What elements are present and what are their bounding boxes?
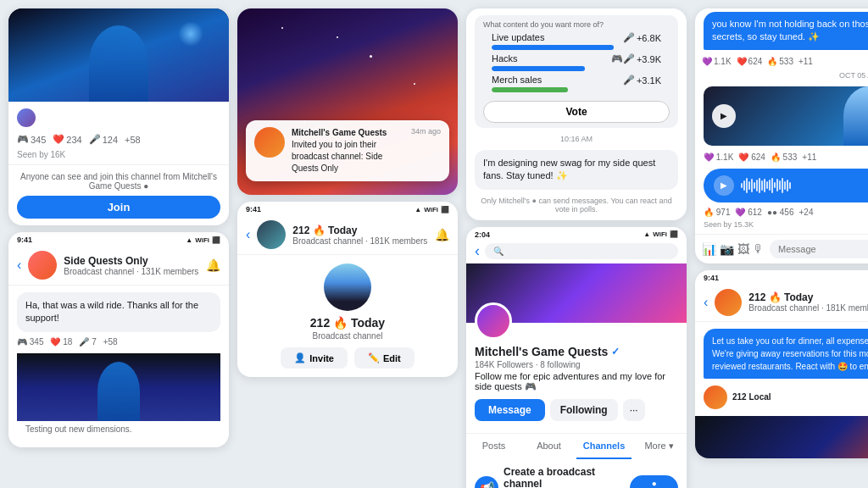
- message-button[interactable]: Message: [475, 399, 545, 421]
- invite-name: 212 🔥 Today: [246, 316, 449, 330]
- channel-broadcast-card: 🎮 345 ❤️ 234 🎤 124 +58 Seen by 16K Anyon…: [8, 8, 229, 225]
- message-area: Ha, that was a wild ride. Thanks all for…: [8, 286, 229, 447]
- post-caption: Testing out new dimensions.: [17, 421, 220, 441]
- following-button[interactable]: Following: [550, 399, 618, 421]
- tab-about[interactable]: About: [521, 434, 576, 459]
- camera-icon[interactable]: 📷: [720, 242, 734, 256]
- channel-info: 212 🔥 Today Broadcast channel · 181K mem…: [292, 225, 428, 246]
- reaction-heart: ❤️ 234: [53, 134, 81, 145]
- join-button[interactable]: Join: [17, 196, 220, 219]
- notif-time: 34m ago: [411, 127, 441, 136]
- profile-tabs: Posts About Channels More ▾: [466, 433, 687, 459]
- chat-time: 10:16 AM: [475, 131, 678, 147]
- sender-avatar: [704, 385, 727, 409]
- create-channel-row: 📢 Create a broadcast channel Share updat…: [466, 459, 687, 488]
- nav-bar: ‹ 🔍: [466, 239, 687, 263]
- channel-header-invite: ‹ 212 🔥 Today Broadcast channel · 181K m…: [237, 215, 458, 255]
- channel-name: 212 🔥 Today: [292, 225, 428, 236]
- avatar: [17, 108, 36, 127]
- channel-info: Side Quests Only Broadcast channel · 131…: [64, 255, 199, 276]
- image-icon[interactable]: 🖼: [737, 242, 749, 256]
- input-icons: 📊 📷 🖼 🎙: [702, 242, 765, 256]
- profile-actions: Message Following ···: [475, 399, 678, 421]
- message-input[interactable]: [770, 240, 868, 258]
- search-bar[interactable]: 🔍: [485, 243, 678, 259]
- audio-waveform: [741, 177, 868, 194]
- reaction-gaming: 🎮 345: [17, 134, 46, 145]
- back-button[interactable]: ‹: [704, 295, 708, 310]
- sender-name: 212 Local: [732, 392, 771, 402]
- more-button[interactable]: ···: [623, 399, 645, 421]
- column-4: you know I'm not holding back on those s…: [695, 8, 868, 488]
- play-button[interactable]: ▶: [712, 104, 736, 128]
- channel-header: ‹ Side Quests Only Broadcast channel · 1…: [8, 246, 229, 286]
- join-section: Anyone can see and join this channel fro…: [8, 164, 229, 225]
- giveaway-card: 9:41 ▲WiFi⬛ ‹ 212 🔥 Today Broadcast chan…: [695, 270, 868, 458]
- verified-badge: ✓: [611, 346, 620, 358]
- messenger-feed-card: you know I'm not holding back on those s…: [695, 8, 868, 263]
- add-person-icon: 👤: [294, 352, 306, 363]
- reaction-fire: 🔥 533: [767, 57, 793, 66]
- invite-actions: 👤 Invite ✏️ Edit: [246, 347, 449, 369]
- status-icons: ▲WiFi⬛: [186, 236, 220, 244]
- column-1: 🎮 345 ❤️ 234 🎤 124 +58 Seen by 16K Anyon…: [8, 8, 229, 488]
- channel-name: 212 🔥 Today: [748, 291, 868, 303]
- back-button[interactable]: ‹: [246, 227, 250, 242]
- seen-count: Seen by 15.3K: [695, 219, 868, 234]
- channel-header-bot: ‹ 212 🔥 Today Broadcast channel · 181K m…: [695, 284, 868, 322]
- invite-button[interactable]: 👤 Invite: [281, 347, 348, 369]
- seen-count: Seen by 16K: [8, 148, 229, 164]
- profile-bio: Follow me for epic adventures and my lov…: [475, 371, 678, 392]
- reaction-row: 🎮 345 ❤️ 234 🎤 124 +58: [8, 130, 229, 148]
- bar-chart-icon[interactable]: 📊: [702, 242, 716, 256]
- edit-button[interactable]: ✏️ Edit: [354, 347, 415, 369]
- avatar-row: [8, 102, 229, 130]
- back-button[interactable]: ‹: [475, 242, 480, 260]
- notification-bell[interactable]: 🔔: [435, 228, 449, 241]
- tab-posts[interactable]: Posts: [466, 434, 521, 459]
- poll-time: What content do you want more of? Live u…: [466, 8, 687, 150]
- status-bar: 9:41 ▲WiFi⬛: [237, 202, 458, 215]
- channel-subtitle: Broadcast channel · 181K members: [292, 236, 428, 246]
- channel-name: Side Quests Only: [64, 255, 199, 267]
- status-bar: 9:41 ▲WiFi⬛: [695, 270, 868, 284]
- audio-message: ▶: [704, 169, 868, 202]
- channel-subtitle: Broadcast channel · 131K members: [64, 267, 199, 276]
- create-button[interactable]: ● Create: [630, 475, 678, 488]
- status-bar: 9:41 ▲WiFi⬛: [8, 232, 229, 246]
- sender-info: 212 Local: [704, 385, 868, 409]
- invite-channel-avatar: [324, 263, 371, 311]
- audio-reactions: 🔥 971 💜 612 ●● 456 +24: [695, 206, 868, 219]
- back-button[interactable]: ‹: [17, 258, 21, 273]
- status-icons: ▲WiFi⬛: [415, 206, 449, 214]
- poll-item-live: Live updates 🎤 +6.8K: [492, 32, 661, 50]
- channel-notice: Only Mitchell's ● can send messages. You…: [466, 193, 687, 220]
- channel-avatar: [28, 251, 57, 280]
- column-3: What content do you want more of? Live u…: [466, 8, 687, 488]
- message-bubble: Ha, that was a wild ride. Thanks all for…: [17, 292, 220, 332]
- follower-count: 184K Followers · 8 following: [475, 360, 678, 369]
- tab-more[interactable]: More ▾: [632, 434, 687, 459]
- edit-icon: ✏️: [368, 352, 380, 363]
- giveaway-message: Let us take you out for dinner, all expe…: [704, 329, 868, 379]
- notif-content: Mitchell's Game Quests Invited you to jo…: [292, 127, 404, 175]
- mitchell-profile-card: 2:04 ▲WiFi⬛ ‹ 🔍 Mitchell's Game Quests: [466, 227, 687, 488]
- invite-card: 9:41 ▲WiFi⬛ ‹ 212 🔥 Today Broadcast chan…: [237, 202, 458, 377]
- mic-icon[interactable]: 🎙: [753, 242, 765, 256]
- broadcast-icon: 📢: [475, 476, 498, 488]
- reactions-row: 💜 1.1K ❤️ 624 🔥 533 +11: [695, 53, 868, 69]
- search-icon: 🔍: [493, 247, 504, 256]
- profile-avatar-wrap: [475, 302, 512, 340]
- profile-hero-image: [466, 263, 687, 323]
- audio-play-button[interactable]: ▶: [714, 175, 734, 196]
- cosmic-image-card: Mitchell's Game Quests Invited you to jo…: [237, 8, 458, 195]
- create-channel-text: Create a broadcast channel Share updates…: [504, 466, 625, 488]
- reaction-heart: ❤️ 624: [737, 57, 763, 66]
- chat-message: I'm designing new swag for my side quest…: [475, 150, 678, 190]
- notification-bell[interactable]: 🔔: [206, 258, 220, 272]
- vote-button[interactable]: Vote: [483, 101, 670, 123]
- video-thumbnail[interactable]: ▶ 0:15: [704, 86, 868, 146]
- profile-avatar: [475, 302, 512, 340]
- profile-name: Mitchell's Game Quests ✓: [475, 345, 678, 358]
- tab-channels[interactable]: Channels: [576, 434, 632, 459]
